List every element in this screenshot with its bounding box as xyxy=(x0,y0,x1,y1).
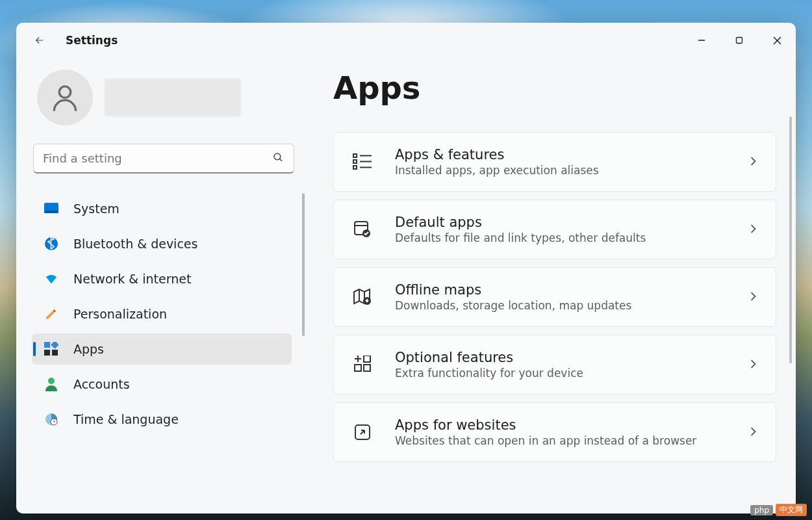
chevron-right-icon xyxy=(748,426,757,439)
grid-plus-icon xyxy=(351,353,374,376)
card-subtitle: Installed apps, app execution aliases xyxy=(395,164,748,177)
nav-label: Personalization xyxy=(73,307,167,321)
svg-rect-13 xyxy=(52,350,58,356)
main-scrollbar[interactable] xyxy=(789,116,792,363)
page-title: Apps xyxy=(333,70,776,106)
svg-rect-31 xyxy=(364,365,370,371)
paintbrush-icon xyxy=(44,306,59,322)
maximize-button[interactable] xyxy=(720,27,758,53)
apps-icon xyxy=(44,341,59,357)
svg-rect-10 xyxy=(44,342,50,348)
window-title: Settings xyxy=(66,34,118,47)
map-icon xyxy=(351,285,374,309)
svg-point-5 xyxy=(274,153,281,160)
svg-rect-17 xyxy=(353,154,357,157)
arrow-left-icon xyxy=(34,34,45,46)
card-subtitle: Downloads, storage location, map updates xyxy=(395,299,748,312)
card-title: Default apps xyxy=(395,214,748,230)
wifi-icon xyxy=(44,271,59,287)
svg-rect-12 xyxy=(44,350,50,356)
svg-point-4 xyxy=(59,86,71,98)
minimize-icon xyxy=(698,36,705,44)
card-optional-features[interactable]: Optional features Extra functionality fo… xyxy=(333,335,776,395)
svg-rect-11 xyxy=(51,342,58,349)
card-default-apps[interactable]: Default apps Defaults for file and link … xyxy=(333,200,776,259)
clock-globe-icon xyxy=(44,411,59,427)
titlebar: Settings xyxy=(16,23,796,58)
watermark-left: php xyxy=(750,505,773,515)
default-apps-icon xyxy=(351,218,374,241)
display-icon xyxy=(44,201,59,216)
svg-rect-8 xyxy=(44,211,58,213)
search-icon xyxy=(272,151,284,166)
svg-rect-1 xyxy=(737,38,742,44)
nav-item-network[interactable]: Network & internet xyxy=(32,263,292,294)
nav-label: Accounts xyxy=(73,377,130,391)
svg-rect-19 xyxy=(353,166,357,169)
user-profile[interactable] xyxy=(37,70,310,125)
card-title: Apps for websites xyxy=(395,417,748,433)
open-external-icon xyxy=(351,421,374,444)
watermark: php 中文网 xyxy=(750,504,807,516)
card-subtitle: Defaults for file and link types, other … xyxy=(395,231,748,244)
card-apps-websites[interactable]: Apps for websites Websites that can open… xyxy=(333,402,776,462)
card-title: Offline maps xyxy=(395,282,748,298)
card-subtitle: Websites that can open in an app instead… xyxy=(395,434,748,447)
user-name-redacted xyxy=(105,79,241,116)
card-apps-features[interactable]: Apps & features Installed apps, app exec… xyxy=(333,132,776,192)
main-panel: Apps Apps & features Installed apps, app… xyxy=(316,58,796,514)
nav-label: System xyxy=(73,202,120,216)
card-offline-maps[interactable]: Offline maps Downloads, storage location… xyxy=(333,267,776,327)
window-controls xyxy=(683,27,796,53)
svg-point-14 xyxy=(48,378,55,384)
chevron-right-icon xyxy=(748,156,757,168)
svg-line-6 xyxy=(279,159,282,161)
search-container xyxy=(33,144,294,174)
nav-item-apps[interactable]: Apps xyxy=(32,333,292,365)
card-title: Optional features xyxy=(395,350,748,365)
card-title: Apps & features xyxy=(395,147,748,162)
nav-label: Apps xyxy=(73,342,104,356)
search-input[interactable] xyxy=(33,144,294,174)
svg-rect-32 xyxy=(364,356,370,362)
sidebar: System Bluetooth & devices Network & int… xyxy=(16,58,316,514)
chevron-right-icon xyxy=(748,359,757,371)
chevron-right-icon xyxy=(748,224,757,236)
nav-item-accounts[interactable]: Accounts xyxy=(32,369,292,400)
chevron-right-icon xyxy=(748,291,757,304)
settings-window: Settings xyxy=(16,23,796,514)
close-icon xyxy=(773,36,781,45)
bluetooth-icon xyxy=(44,236,59,252)
svg-rect-30 xyxy=(355,365,361,371)
nav-item-bluetooth[interactable]: Bluetooth & devices xyxy=(32,228,292,259)
nav-item-system[interactable]: System xyxy=(32,193,292,224)
sidebar-scrollbar[interactable] xyxy=(302,193,305,336)
nav-list: System Bluetooth & devices Network & int… xyxy=(32,193,310,435)
nav-label: Network & internet xyxy=(73,272,191,286)
nav-label: Time & language xyxy=(73,412,179,426)
nav-item-time[interactable]: Time & language xyxy=(32,404,292,435)
svg-rect-18 xyxy=(353,160,357,163)
minimize-button[interactable] xyxy=(683,27,720,53)
card-subtitle: Extra functionality for your device xyxy=(395,367,748,380)
watermark-right: 中文网 xyxy=(776,504,807,516)
content-row: System Bluetooth & devices Network & int… xyxy=(16,58,796,514)
back-button[interactable] xyxy=(28,29,51,52)
person-icon xyxy=(49,81,81,114)
avatar xyxy=(37,70,93,125)
nav-item-personalization[interactable]: Personalization xyxy=(32,298,292,330)
list-icon xyxy=(351,150,374,174)
nav-label: Bluetooth & devices xyxy=(73,237,197,251)
account-icon xyxy=(44,376,59,392)
close-button[interactable] xyxy=(758,27,796,53)
maximize-icon xyxy=(735,36,743,44)
